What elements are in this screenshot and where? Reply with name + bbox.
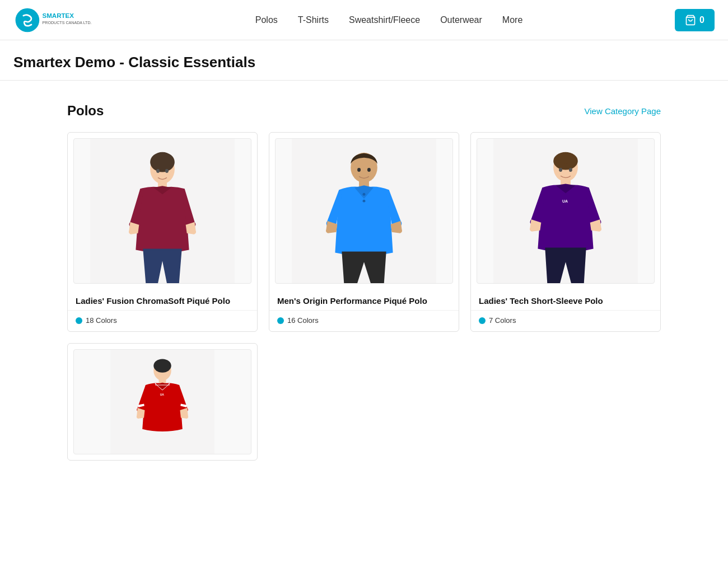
svg-point-8 — [156, 169, 160, 173]
product-image-2 — [275, 138, 453, 284]
cart-icon — [685, 15, 696, 26]
svg-point-14 — [363, 200, 366, 203]
product-grid-row2: UA — [67, 343, 661, 461]
color-dot-1 — [76, 317, 82, 324]
product-img-ladies-maroon — [74, 139, 251, 283]
page-title: Smartex Demo - Classic Essentials — [13, 54, 715, 71]
color-count-1: 18 Colors — [86, 316, 117, 325]
svg-text:SMARTEX: SMARTEX — [43, 12, 74, 18]
svg-point-9 — [165, 169, 169, 173]
section-title: Polos — [67, 103, 104, 119]
svg-point-0 — [16, 8, 40, 32]
product-image-1 — [73, 138, 251, 284]
product-img-ladies-red: UA — [74, 350, 251, 454]
product-colors-2: 16 Colors — [269, 310, 459, 331]
nav-polos[interactable]: Polos — [255, 15, 278, 25]
svg-point-27 — [153, 359, 171, 372]
svg-text:UA: UA — [160, 393, 165, 396]
product-colors-1: 18 Colors — [68, 310, 257, 331]
product-card-1[interactable]: Ladies' Fusion ChromaSoft Piqué Polo 18 … — [67, 132, 258, 332]
product-info-2: Men's Origin Performance Piqué Polo — [269, 289, 459, 310]
svg-point-6 — [150, 152, 175, 172]
nav-sweatshirt[interactable]: Sweatshirt/Fleece — [349, 15, 420, 25]
svg-point-13 — [363, 193, 366, 196]
product-info-1: Ladies' Fusion ChromaSoft Piqué Polo — [68, 289, 257, 310]
product-colors-3: 7 Colors — [471, 310, 660, 331]
view-category-link[interactable]: View Category Page — [585, 106, 661, 116]
product-name-2: Men's Origin Performance Piqué Polo — [277, 296, 451, 306]
svg-point-20 — [558, 153, 573, 164]
svg-point-23 — [559, 168, 562, 172]
logo-area[interactable]: SMARTEX PRODUCTS CANADA LTD. — [13, 7, 103, 34]
svg-point-15 — [357, 168, 361, 172]
product-name-1: Ladies' Fusion ChromaSoft Piqué Polo — [76, 296, 249, 306]
logo-icon: SMARTEX PRODUCTS CANADA LTD. — [13, 7, 103, 34]
svg-text:UA: UA — [562, 199, 568, 203]
nav-more-container: More — [502, 15, 522, 25]
product-info-3: Ladies' Tech Short-Sleeve Polo — [471, 289, 660, 310]
section-header: Polos View Category Page — [67, 103, 661, 119]
product-name-3: Ladies' Tech Short-Sleeve Polo — [479, 296, 652, 306]
cart-button[interactable]: 0 — [675, 9, 715, 31]
product-card-4[interactable]: UA — [67, 343, 258, 461]
nav-tshirts[interactable]: T-Shirts — [298, 15, 329, 25]
product-img-mens-blue — [276, 139, 452, 283]
color-count-2: 16 Colors — [287, 316, 319, 325]
color-count-3: 7 Colors — [489, 316, 516, 325]
cart-count: 0 — [699, 15, 704, 25]
product-grid-row1: Ladies' Fusion ChromaSoft Piqué Polo 18 … — [67, 132, 661, 332]
svg-point-24 — [569, 168, 572, 172]
header: SMARTEX PRODUCTS CANADA LTD. Polos T-Shi… — [0, 0, 728, 40]
color-dot-2 — [277, 317, 284, 324]
color-dot-3 — [479, 317, 486, 324]
product-image-3: UA — [477, 138, 655, 284]
nav-more[interactable]: More — [502, 15, 522, 25]
polos-section: Polos View Category Page — [67, 103, 661, 461]
svg-point-16 — [367, 168, 371, 172]
page-banner: Smartex Demo - Classic Essentials — [0, 40, 728, 81]
product-card-3[interactable]: UA La — [470, 132, 661, 332]
svg-text:PRODUCTS CANADA LTD.: PRODUCTS CANADA LTD. — [43, 21, 92, 25]
product-card-2[interactable]: Men's Origin Performance Piqué Polo 16 C… — [269, 132, 459, 332]
main-content: Polos View Category Page — [0, 81, 728, 483]
nav-outerwear[interactable]: Outerwear — [440, 15, 482, 25]
product-image-4: UA — [73, 349, 251, 454]
main-nav: Polos T-Shirts Sweatshirt/Fleece Outerwe… — [103, 15, 675, 25]
product-img-ladies-purple: UA — [477, 139, 654, 283]
